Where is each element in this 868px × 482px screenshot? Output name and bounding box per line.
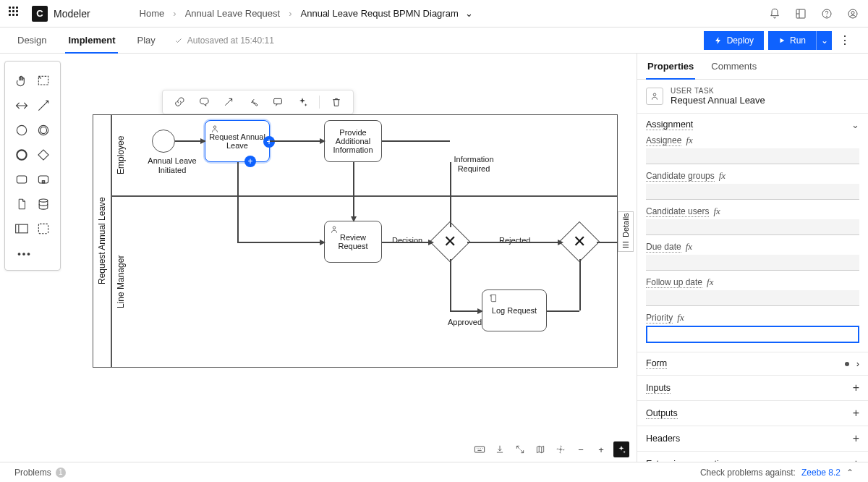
gateway-icon[interactable] bbox=[35, 147, 51, 163]
fx-icon[interactable]: fx bbox=[707, 276, 713, 288]
fx-icon[interactable]: fx bbox=[686, 135, 692, 146]
group-outputs[interactable]: Outputs+ bbox=[637, 401, 868, 426]
status-dot-icon bbox=[845, 362, 849, 366]
svg-rect-20 bbox=[475, 447, 484, 452]
trash-icon[interactable] bbox=[328, 94, 344, 110]
plus-icon[interactable]: + bbox=[853, 381, 859, 394]
svg-point-18 bbox=[213, 126, 216, 129]
due-date-input[interactable] bbox=[646, 255, 859, 271]
run-button[interactable]: Run bbox=[768, 31, 816, 50]
subprocess-icon[interactable] bbox=[35, 172, 51, 187]
details-tab[interactable]: ☰ Details bbox=[618, 211, 634, 252]
due-date-label: Due date bbox=[646, 242, 681, 253]
svg-point-6 bbox=[17, 125, 26, 135]
more-menu-button[interactable]: ⋮ bbox=[836, 33, 854, 47]
arrow-icon[interactable] bbox=[221, 94, 237, 110]
group-headers[interactable]: Headers+ bbox=[637, 426, 868, 452]
bell-icon[interactable] bbox=[768, 7, 781, 20]
tab-design[interactable]: Design bbox=[14, 28, 49, 53]
svg-point-8 bbox=[40, 127, 46, 133]
minimap-icon[interactable] bbox=[532, 441, 548, 457]
breadcrumb: Home › Annual Leave Request › Annual Lea… bbox=[140, 8, 474, 19]
breadcrumb-sep: › bbox=[173, 8, 176, 19]
breadcrumb-mid[interactable]: Annual Leave Request bbox=[185, 8, 281, 19]
svg-point-9 bbox=[17, 150, 26, 159]
follow-up-date-input[interactable] bbox=[646, 290, 859, 306]
reset-zoom-icon[interactable] bbox=[553, 441, 569, 457]
problems-label[interactable]: Problems bbox=[14, 468, 51, 478]
chevron-up-icon[interactable]: ⌃ bbox=[846, 468, 854, 478]
task-log-request[interactable]: Log Request bbox=[482, 289, 547, 331]
zoom-out-button[interactable]: − bbox=[573, 441, 589, 457]
task-review-request[interactable]: Review Request bbox=[324, 221, 382, 263]
keyboard-icon[interactable] bbox=[472, 441, 488, 457]
breadcrumb-home[interactable]: Home bbox=[140, 8, 165, 19]
help-icon[interactable] bbox=[820, 7, 833, 20]
chevron-down-icon[interactable]: ⌄ bbox=[851, 119, 859, 130]
edge-rejected-label: Rejected bbox=[499, 236, 530, 245]
fx-icon[interactable]: fx bbox=[719, 170, 726, 182]
deploy-button[interactable]: Deploy bbox=[704, 31, 764, 50]
plus-icon[interactable]: + bbox=[853, 432, 859, 445]
zoom-in-button[interactable]: + bbox=[593, 441, 609, 457]
start-event-icon[interactable] bbox=[14, 122, 30, 138]
end-event-icon[interactable] bbox=[14, 147, 30, 163]
canvas[interactable]: Request Annual Leave Employee Line Manag… bbox=[65, 54, 637, 462]
ai-sparkle-button[interactable] bbox=[613, 441, 629, 457]
group-form[interactable]: Form› bbox=[637, 352, 868, 376]
group-inputs[interactable]: Inputs+ bbox=[637, 376, 868, 401]
space-tool-icon[interactable] bbox=[14, 98, 30, 114]
tab-properties[interactable]: Properties bbox=[646, 54, 695, 79]
connection-handle-icon[interactable]: + bbox=[244, 156, 256, 167]
element-toolbar bbox=[162, 90, 354, 114]
org-icon[interactable] bbox=[794, 7, 807, 20]
start-event[interactable] bbox=[152, 130, 175, 153]
assignee-input[interactable] bbox=[646, 148, 859, 164]
data-object-icon[interactable] bbox=[14, 196, 30, 212]
comment-icon[interactable] bbox=[270, 94, 286, 110]
fx-icon[interactable]: fx bbox=[713, 206, 720, 217]
tab-comments[interactable]: Comments bbox=[710, 54, 758, 79]
autosave-status: Autosaved at 15:40:11 bbox=[174, 35, 274, 46]
group-icon[interactable] bbox=[35, 221, 51, 237]
breadcrumb-current[interactable]: Annual Leave Requst BPMN Diagram ⌄ bbox=[301, 8, 474, 19]
data-store-icon[interactable] bbox=[35, 196, 51, 212]
plus-icon[interactable]: + bbox=[853, 407, 859, 420]
chevron-right-icon: › bbox=[856, 359, 859, 369]
plus-icon[interactable]: + bbox=[853, 457, 859, 462]
pool-label[interactable]: Request Annual Leave bbox=[93, 114, 111, 368]
more-tools-icon[interactable]: ••• bbox=[17, 245, 33, 261]
zeebe-version-selector[interactable]: Zeebe 8.2 bbox=[801, 468, 841, 478]
task-icon[interactable] bbox=[14, 172, 30, 187]
lasso-tool-icon[interactable] bbox=[35, 73, 51, 89]
gateway-decision-label: Decision bbox=[392, 236, 422, 245]
group-assignment-header[interactable]: Assignment bbox=[646, 119, 693, 130]
candidate-groups-input[interactable] bbox=[646, 184, 859, 200]
fullscreen-icon[interactable] bbox=[512, 441, 528, 457]
hand-tool-icon[interactable] bbox=[14, 73, 30, 89]
task-provide-additional-information[interactable]: Provide Additional Information bbox=[324, 120, 382, 162]
annotation-icon[interactable] bbox=[196, 94, 212, 110]
tab-implement[interactable]: Implement bbox=[65, 28, 118, 53]
group-extension-properties[interactable]: Extension properties+ bbox=[637, 452, 868, 462]
wrench-icon[interactable] bbox=[245, 94, 261, 110]
sparkle-icon[interactable] bbox=[294, 94, 310, 110]
chevron-down-icon: ⌄ bbox=[465, 8, 473, 19]
pool-icon[interactable] bbox=[14, 221, 30, 237]
fx-icon[interactable]: fx bbox=[677, 312, 684, 324]
candidate-users-input[interactable] bbox=[646, 219, 859, 235]
tab-play[interactable]: Play bbox=[134, 28, 158, 53]
fx-icon[interactable]: fx bbox=[686, 241, 692, 253]
intermediate-event-icon[interactable] bbox=[35, 122, 51, 138]
app-switcher-icon[interactable] bbox=[9, 7, 23, 21]
link-icon[interactable] bbox=[171, 94, 187, 110]
edge-info-required-label: Information Required bbox=[448, 155, 499, 173]
run-dropdown-button[interactable]: ⌄ bbox=[816, 31, 832, 50]
priority-input[interactable] bbox=[646, 326, 859, 343]
app-logo: C bbox=[32, 6, 48, 22]
user-icon[interactable] bbox=[846, 7, 859, 20]
connection-handle-icon[interactable]: + bbox=[263, 136, 275, 148]
feedback-icon[interactable] bbox=[492, 441, 508, 457]
connect-tool-icon[interactable] bbox=[35, 98, 51, 114]
task-request-annual-leave[interactable]: Request Annual Leave + + bbox=[205, 120, 270, 162]
